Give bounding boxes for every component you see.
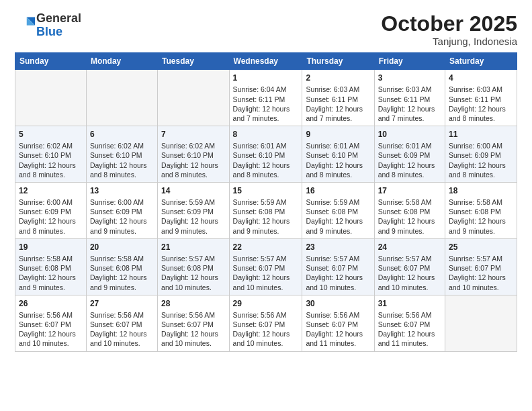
- page: General Blue October 2025 Tanjung, Indon…: [0, 0, 532, 411]
- table-row: 3Sunrise: 6:03 AMSunset: 6:11 PMDaylight…: [374, 70, 445, 126]
- table-row: 20Sunrise: 5:58 AMSunset: 6:08 PMDayligh…: [86, 238, 157, 295]
- calendar-week-5: 26Sunrise: 5:56 AMSunset: 6:07 PMDayligh…: [15, 295, 517, 351]
- table-row: 27Sunrise: 5:56 AMSunset: 6:07 PMDayligh…: [86, 295, 157, 351]
- day-number: 15: [233, 185, 299, 196]
- day-info: Sunrise: 5:56 AMSunset: 6:07 PMDaylight:…: [90, 310, 154, 349]
- day-number: 11: [449, 129, 513, 140]
- day-number: 31: [378, 298, 441, 309]
- calendar: Sunday Monday Tuesday Wednesday Thursday…: [15, 52, 517, 351]
- table-row: 15Sunrise: 5:59 AMSunset: 6:08 PMDayligh…: [229, 182, 302, 238]
- table-row: [15, 70, 87, 126]
- location: Tanjung, Indonesia: [381, 36, 517, 47]
- day-info: Sunrise: 6:03 AMSunset: 6:11 PMDaylight:…: [378, 85, 441, 123]
- day-number: 23: [306, 242, 370, 253]
- day-number: 24: [378, 242, 441, 253]
- table-row: 28Sunrise: 5:56 AMSunset: 6:07 PMDayligh…: [158, 295, 229, 351]
- day-info: Sunrise: 5:57 AMSunset: 6:07 PMDaylight:…: [449, 254, 513, 292]
- day-info: Sunrise: 5:57 AMSunset: 6:07 PMDaylight:…: [378, 254, 441, 292]
- table-row: 2Sunrise: 6:03 AMSunset: 6:11 PMDaylight…: [302, 70, 374, 126]
- table-row: 23Sunrise: 5:57 AMSunset: 6:07 PMDayligh…: [302, 238, 374, 295]
- table-row: 26Sunrise: 5:56 AMSunset: 6:07 PMDayligh…: [15, 295, 87, 351]
- day-info: Sunrise: 5:56 AMSunset: 6:07 PMDaylight:…: [161, 310, 225, 349]
- calendar-week-1: 1Sunrise: 6:04 AMSunset: 6:11 PMDaylight…: [15, 70, 517, 126]
- day-number: 30: [306, 298, 370, 309]
- day-info: Sunrise: 6:01 AMSunset: 6:10 PMDaylight:…: [306, 141, 370, 179]
- day-number: 2: [306, 73, 370, 83]
- day-info: Sunrise: 6:02 AMSunset: 6:10 PMDaylight:…: [90, 141, 154, 179]
- day-number: 20: [90, 242, 154, 253]
- day-number: 3: [378, 73, 441, 83]
- day-number: 21: [161, 242, 225, 253]
- day-number: 28: [161, 298, 225, 309]
- day-number: 25: [449, 242, 513, 253]
- day-number: 16: [306, 185, 370, 196]
- logo-general: General: [36, 11, 81, 25]
- day-info: Sunrise: 5:56 AMSunset: 6:07 PMDaylight:…: [378, 310, 441, 349]
- day-info: Sunrise: 5:58 AMSunset: 6:08 PMDaylight:…: [19, 254, 83, 292]
- calendar-week-4: 19Sunrise: 5:58 AMSunset: 6:08 PMDayligh…: [15, 238, 517, 295]
- day-info: Sunrise: 6:04 AMSunset: 6:11 PMDaylight:…: [233, 85, 299, 123]
- col-tuesday: Tuesday: [158, 53, 229, 70]
- day-info: Sunrise: 5:56 AMSunset: 6:07 PMDaylight:…: [233, 310, 299, 349]
- day-info: Sunrise: 5:58 AMSunset: 6:08 PMDaylight:…: [449, 197, 513, 236]
- table-row: 21Sunrise: 5:57 AMSunset: 6:08 PMDayligh…: [158, 238, 229, 295]
- day-number: 22: [233, 242, 299, 253]
- day-info: Sunrise: 6:00 AMSunset: 6:09 PMDaylight:…: [19, 197, 83, 236]
- col-sunday: Sunday: [15, 53, 87, 70]
- table-row: 24Sunrise: 5:57 AMSunset: 6:07 PMDayligh…: [374, 238, 445, 295]
- day-info: Sunrise: 5:58 AMSunset: 6:08 PMDaylight:…: [378, 197, 441, 236]
- calendar-header-row: Sunday Monday Tuesday Wednesday Thursday…: [15, 53, 517, 70]
- logo-icon: [16, 15, 35, 34]
- day-number: 9: [306, 129, 370, 140]
- day-info: Sunrise: 6:02 AMSunset: 6:10 PMDaylight:…: [19, 141, 83, 179]
- table-row: [445, 295, 517, 351]
- col-thursday: Thursday: [302, 53, 374, 70]
- table-row: 12Sunrise: 6:00 AMSunset: 6:09 PMDayligh…: [15, 182, 87, 238]
- day-number: 27: [90, 298, 154, 309]
- day-number: 12: [19, 185, 83, 196]
- header: General Blue October 2025 Tanjung, Indon…: [15, 12, 517, 47]
- day-info: Sunrise: 5:59 AMSunset: 6:08 PMDaylight:…: [306, 197, 370, 236]
- table-row: 10Sunrise: 6:01 AMSunset: 6:09 PMDayligh…: [374, 126, 445, 183]
- table-row: 22Sunrise: 5:57 AMSunset: 6:07 PMDayligh…: [229, 238, 302, 295]
- day-info: Sunrise: 6:00 AMSunset: 6:09 PMDaylight:…: [449, 141, 513, 179]
- calendar-week-2: 5Sunrise: 6:02 AMSunset: 6:10 PMDaylight…: [15, 126, 517, 183]
- day-info: Sunrise: 6:01 AMSunset: 6:09 PMDaylight:…: [378, 141, 441, 179]
- table-row: 1Sunrise: 6:04 AMSunset: 6:11 PMDaylight…: [229, 70, 302, 126]
- day-number: 1: [233, 73, 299, 83]
- day-number: 19: [19, 242, 83, 253]
- table-row: 25Sunrise: 5:57 AMSunset: 6:07 PMDayligh…: [445, 238, 517, 295]
- table-row: 16Sunrise: 5:59 AMSunset: 6:08 PMDayligh…: [302, 182, 374, 238]
- table-row: 11Sunrise: 6:00 AMSunset: 6:09 PMDayligh…: [445, 126, 517, 183]
- logo: General Blue: [15, 12, 81, 39]
- day-number: 17: [378, 185, 441, 196]
- col-wednesday: Wednesday: [229, 53, 302, 70]
- day-number: 18: [449, 185, 513, 196]
- table-row: [158, 70, 229, 126]
- day-info: Sunrise: 5:57 AMSunset: 6:08 PMDaylight:…: [161, 254, 225, 292]
- table-row: 18Sunrise: 5:58 AMSunset: 6:08 PMDayligh…: [445, 182, 517, 238]
- day-info: Sunrise: 6:00 AMSunset: 6:09 PMDaylight:…: [90, 197, 154, 236]
- table-row: 17Sunrise: 5:58 AMSunset: 6:08 PMDayligh…: [374, 182, 445, 238]
- col-friday: Friday: [374, 53, 445, 70]
- logo-text: General Blue: [36, 12, 81, 39]
- table-row: 5Sunrise: 6:02 AMSunset: 6:10 PMDaylight…: [15, 126, 87, 183]
- table-row: 13Sunrise: 6:00 AMSunset: 6:09 PMDayligh…: [86, 182, 157, 238]
- day-info: Sunrise: 5:57 AMSunset: 6:07 PMDaylight:…: [306, 254, 370, 292]
- table-row: [86, 70, 157, 126]
- day-number: 7: [161, 129, 225, 140]
- day-number: 26: [19, 298, 83, 309]
- day-number: 10: [378, 129, 441, 140]
- day-number: 6: [90, 129, 154, 140]
- day-number: 29: [233, 298, 299, 309]
- table-row: 6Sunrise: 6:02 AMSunset: 6:10 PMDaylight…: [86, 126, 157, 183]
- title-block: October 2025 Tanjung, Indonesia: [381, 12, 517, 47]
- table-row: 9Sunrise: 6:01 AMSunset: 6:10 PMDaylight…: [302, 126, 374, 183]
- day-info: Sunrise: 6:02 AMSunset: 6:10 PMDaylight:…: [161, 141, 225, 179]
- table-row: 4Sunrise: 6:03 AMSunset: 6:11 PMDaylight…: [445, 70, 517, 126]
- day-number: 13: [90, 185, 154, 196]
- table-row: 19Sunrise: 5:58 AMSunset: 6:08 PMDayligh…: [15, 238, 87, 295]
- day-info: Sunrise: 6:03 AMSunset: 6:11 PMDaylight:…: [306, 85, 370, 123]
- day-info: Sunrise: 5:59 AMSunset: 6:09 PMDaylight:…: [161, 197, 225, 236]
- col-saturday: Saturday: [445, 53, 517, 70]
